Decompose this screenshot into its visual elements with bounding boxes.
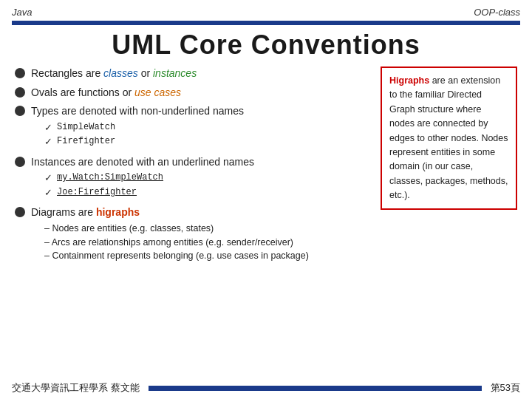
- list-item: Rectangles are classes or instances: [15, 66, 369, 81]
- content-area: Rectangles are classes or instances Oval…: [0, 66, 532, 269]
- highlight-higraphs: higraphs: [96, 206, 140, 218]
- main-bullet-list: Rectangles are classes or instances Oval…: [15, 66, 369, 265]
- bullet-icon: [15, 207, 25, 217]
- top-bar-divider: [12, 21, 520, 25]
- list-item: Diagrams are higraphs Nodes are entities…: [15, 205, 369, 265]
- check-icon: ✓: [44, 120, 52, 135]
- bullet-icon: [15, 106, 25, 116]
- check-icon: ✓: [44, 134, 52, 149]
- info-box-title: Higraphs: [389, 75, 429, 86]
- page-title: UML Core Conventions: [112, 30, 420, 60]
- list-item: Instances are denoted with an underlined…: [15, 155, 369, 202]
- left-column: Rectangles are classes or instances Oval…: [15, 66, 369, 269]
- diagrams-sub-list: Nodes are entities (e.g. classes, states…: [44, 222, 309, 263]
- list-item: Ovals are functions or use cases: [15, 86, 369, 100]
- sub-list-item: ✓ my.Watch:SimpleWatch: [44, 171, 254, 185]
- sub-list-item: Nodes are entities (e.g. classes, states…: [44, 222, 309, 236]
- bullet-text: Diagrams are higraphs Nodes are entities…: [31, 205, 309, 265]
- check-icon: ✓: [44, 185, 52, 200]
- sub-list-item: ✓ Joe:Firefighter: [44, 185, 254, 200]
- bullet-icon: [15, 157, 25, 167]
- bullet-text: Types are denoted with non-underlined na…: [31, 104, 244, 151]
- bullet-text: Rectangles are classes or instances: [31, 66, 197, 81]
- bullet-icon: [15, 87, 25, 98]
- footer-bar: [149, 386, 482, 391]
- list-item: Types are denoted with non-underlined na…: [15, 104, 369, 151]
- instances-sub-list: ✓ my.Watch:SimpleWatch ✓ Joe:Firefighter: [44, 171, 254, 200]
- sub-item-text: Joe:Firefighter: [57, 185, 137, 199]
- check-icon: ✓: [44, 171, 52, 185]
- footer: 交通大學資訊工程學系 蔡文能 第53頁: [0, 377, 532, 399]
- bullet-text: Instances are denoted with an underlined…: [31, 155, 254, 202]
- sub-item-text: my.Watch:SimpleWatch: [57, 171, 163, 184]
- info-box: Higraphs are an extension to the familia…: [381, 66, 517, 210]
- footer-left-text: 交通大學資訊工程學系 蔡文能: [12, 381, 140, 395]
- highlight-use-cases: use cases: [134, 86, 181, 98]
- sub-list-item: ✓ SimpleWatch: [44, 120, 244, 135]
- info-box-body: are an extension to the familiar Directe…: [389, 75, 508, 200]
- highlight-instances: instances: [153, 67, 197, 79]
- footer-right-text: 第53頁: [491, 381, 520, 395]
- sub-list-item: ✓ Firefighter: [44, 134, 244, 149]
- title-section: UML Core Conventions: [0, 30, 532, 61]
- highlight-classes: classes: [103, 67, 138, 79]
- sub-item-text: SimpleWatch: [57, 120, 115, 134]
- sub-item-text: Firefighter: [57, 134, 115, 148]
- bullet-text: Ovals are functions or use cases: [31, 86, 181, 100]
- types-sub-list: ✓ SimpleWatch ✓ Firefighter: [44, 120, 244, 149]
- sub-list-item: Containment represents belonging (e.g. u…: [44, 249, 309, 263]
- right-column: Higraphs are an extension to the familia…: [381, 66, 517, 269]
- bullet-icon: [15, 68, 25, 78]
- header-right-label: OOP-class: [474, 7, 520, 18]
- top-bar: Java OOP-class: [0, 0, 532, 21]
- header-left-label: Java: [12, 7, 32, 18]
- sub-list-item: Arcs are relationships among entities (e…: [44, 236, 309, 250]
